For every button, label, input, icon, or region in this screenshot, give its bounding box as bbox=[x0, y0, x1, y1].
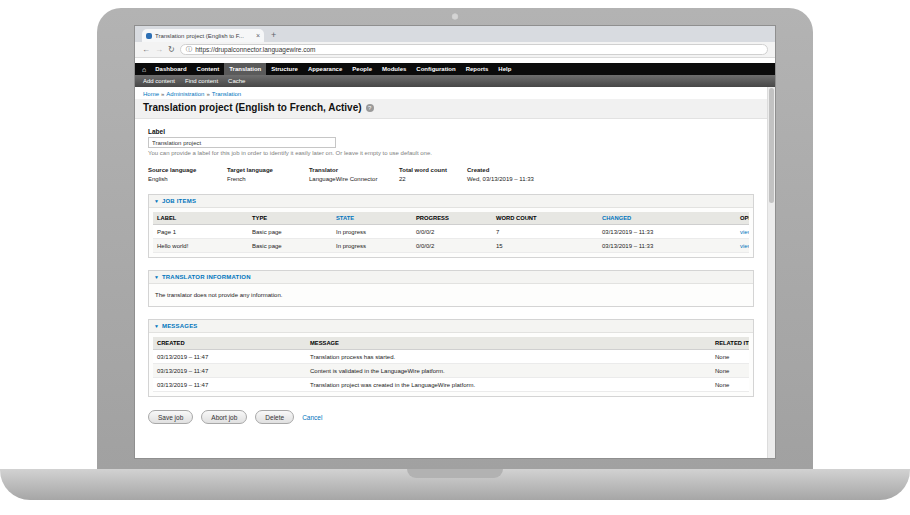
new-tab-button[interactable]: + bbox=[271, 31, 276, 40]
fieldset-job-items: ▼ JOB ITEMS LABEL TYPE STATE bbox=[148, 194, 754, 258]
meta-value: French bbox=[227, 176, 309, 182]
header-word-count: WORD COUNT bbox=[492, 212, 598, 225]
abort-job-button[interactable]: Abort job bbox=[201, 410, 247, 424]
breadcrumb: Home»Administration»Translation bbox=[135, 87, 767, 99]
table-row: 03/13/2019 – 11:47 Translation project w… bbox=[153, 378, 749, 392]
cell-created: 03/13/2019 – 11:47 bbox=[153, 364, 306, 378]
meta-target-language: Target language French bbox=[227, 167, 309, 182]
fieldset-translator-information: ▼ TRANSLATOR INFORMATION The translator … bbox=[148, 270, 754, 307]
admin-item-reports[interactable]: Reports bbox=[461, 63, 494, 75]
breadcrumb-separator: » bbox=[161, 91, 164, 97]
cell-message: Content is validated in the LanguageWire… bbox=[306, 364, 711, 378]
meta-value: English bbox=[148, 176, 227, 182]
admin-item-appearance[interactable]: Appearance bbox=[303, 63, 347, 75]
home-icon[interactable]: ⌂ bbox=[138, 63, 150, 75]
label-field-group: Label You can provide a label for this j… bbox=[148, 128, 754, 156]
cell-created: 03/13/2019 – 11:47 bbox=[153, 350, 306, 364]
table-header-row: LABEL TYPE STATE PROGRESS WORD COUNT CHA… bbox=[153, 212, 749, 225]
scrollbar-thumb[interactable] bbox=[769, 88, 774, 203]
tab-close-icon[interactable]: × bbox=[256, 32, 260, 39]
view-link[interactable]: view bbox=[740, 229, 749, 235]
cell-changed: 03/13/2019 – 11:33 bbox=[598, 225, 736, 239]
fieldset-messages: ▼ MESSAGES CREATED MESSAGE RELATED ITEM bbox=[148, 319, 754, 397]
meta-created: Created Wed, 03/13/2019 – 11:33 bbox=[467, 167, 754, 182]
table-header-row: CREATED MESSAGE RELATED ITEM bbox=[153, 337, 749, 350]
fieldset-messages-legend[interactable]: ▼ MESSAGES bbox=[149, 320, 753, 333]
cell-related-item: None bbox=[711, 378, 749, 392]
webcam-dot-icon bbox=[452, 13, 459, 20]
meta-value: Wed, 03/13/2019 – 11:33 bbox=[467, 176, 754, 182]
breadcrumb-item-translation[interactable]: Translation bbox=[212, 91, 241, 97]
meta-label: Target language bbox=[227, 167, 309, 173]
admin-item-people[interactable]: People bbox=[347, 63, 377, 75]
view-link[interactable]: view bbox=[740, 243, 749, 249]
fieldset-body: CREATED MESSAGE RELATED ITEM 03/13/2019 … bbox=[149, 333, 753, 396]
admin-item-help[interactable]: Help bbox=[493, 63, 516, 75]
fieldset-body: LABEL TYPE STATE PROGRESS WORD COUNT CHA… bbox=[149, 208, 753, 257]
cell-progress: 0/0/0/2 bbox=[412, 239, 492, 253]
cell-operations: view bbox=[736, 225, 749, 239]
cell-changed: 03/13/2019 – 11:33 bbox=[598, 239, 736, 253]
back-button[interactable]: ← bbox=[142, 46, 150, 54]
collapse-arrow-icon: ▼ bbox=[154, 275, 159, 280]
browser-tab-strip: Translation project (English to F... × + bbox=[135, 26, 775, 42]
header-progress: PROGRESS bbox=[412, 212, 492, 225]
header-operations: OPERATIONS bbox=[736, 212, 749, 225]
device-base bbox=[0, 469, 910, 500]
shortcut-find-content[interactable]: Find content bbox=[185, 78, 218, 84]
help-icon[interactable]: ? bbox=[366, 104, 374, 112]
delete-button[interactable]: Delete bbox=[255, 410, 294, 424]
fieldset-job-items-legend[interactable]: ▼ JOB ITEMS bbox=[149, 195, 753, 208]
admin-item-content[interactable]: Content bbox=[192, 63, 225, 75]
url-text: https://drupalconnector.languagewire.com bbox=[195, 46, 315, 53]
save-job-button[interactable]: Save job bbox=[148, 410, 193, 424]
fieldset-body: The translator does not provide any info… bbox=[149, 284, 753, 306]
scrollbar-track[interactable] bbox=[767, 87, 775, 459]
label-field-label: Label bbox=[148, 128, 754, 135]
cancel-link[interactable]: Cancel bbox=[302, 414, 322, 421]
admin-item-configuration[interactable]: Configuration bbox=[411, 63, 460, 75]
shortcut-cache[interactable]: Cache bbox=[228, 78, 245, 84]
header-changed-sort-link[interactable]: CHANGED bbox=[598, 212, 736, 225]
cell-message: Translation process has started. bbox=[306, 350, 711, 364]
content: Label You can provide a label for this j… bbox=[135, 119, 767, 424]
table-row: 03/13/2019 – 11:47 Translation process h… bbox=[153, 350, 749, 364]
label-input[interactable] bbox=[148, 137, 336, 148]
breadcrumb-item-administration[interactable]: Administration bbox=[166, 91, 204, 97]
url-bar[interactable]: ⓘ https://drupalconnector.languagewire.c… bbox=[180, 44, 768, 55]
cell-label: Page 1 bbox=[153, 225, 248, 239]
site-info-icon[interactable]: ⓘ bbox=[186, 46, 193, 53]
admin-item-translation[interactable]: Translation bbox=[224, 63, 266, 75]
cell-created: 03/13/2019 – 11:47 bbox=[153, 378, 306, 392]
refresh-button[interactable]: ↻ bbox=[168, 46, 175, 54]
breadcrumb-separator: » bbox=[206, 91, 209, 97]
meta-label: Source language bbox=[148, 167, 227, 173]
admin-item-structure[interactable]: Structure bbox=[266, 63, 303, 75]
breadcrumb-item-home[interactable]: Home bbox=[143, 91, 159, 97]
cell-related-item: None bbox=[711, 364, 749, 378]
cell-operations: view bbox=[736, 239, 749, 253]
legend-text: MESSAGES bbox=[162, 323, 198, 329]
meta-translator: Translator LanguageWire Connector bbox=[309, 167, 399, 182]
meta-total-word-count: Total word count 22 bbox=[399, 167, 467, 182]
header-created: CREATED bbox=[153, 337, 306, 350]
messages-table: CREATED MESSAGE RELATED ITEM 03/13/2019 … bbox=[153, 337, 749, 392]
cell-progress: 0/0/0/2 bbox=[412, 225, 492, 239]
header-state-sort-link[interactable]: STATE bbox=[332, 212, 412, 225]
admin-item-dashboard[interactable]: Dashboard bbox=[150, 63, 191, 75]
collapse-arrow-icon: ▼ bbox=[154, 199, 159, 204]
header-related-item: RELATED ITEM bbox=[711, 337, 749, 350]
page: Home»Administration»Translation Translat… bbox=[135, 87, 775, 459]
forward-button[interactable]: → bbox=[155, 46, 163, 54]
browser-tab[interactable]: Translation project (English to F... × bbox=[142, 29, 264, 42]
meta-label: Translator bbox=[309, 167, 399, 173]
meta-value: LanguageWire Connector bbox=[309, 176, 399, 182]
cell-state: In progress bbox=[332, 225, 412, 239]
translator-information-text: The translator does not provide any info… bbox=[153, 288, 749, 302]
fieldset-translator-information-legend[interactable]: ▼ TRANSLATOR INFORMATION bbox=[149, 271, 753, 284]
table-row: Page 1 Basic page In progress 0/0/0/2 7 … bbox=[153, 225, 749, 239]
admin-item-modules[interactable]: Modules bbox=[377, 63, 411, 75]
shortcut-add-content[interactable]: Add content bbox=[143, 78, 175, 84]
admin-toolbar: ⌂ Dashboard Content Translation Structur… bbox=[135, 63, 775, 75]
table-row: Hello world! Basic page In progress 0/0/… bbox=[153, 239, 749, 253]
